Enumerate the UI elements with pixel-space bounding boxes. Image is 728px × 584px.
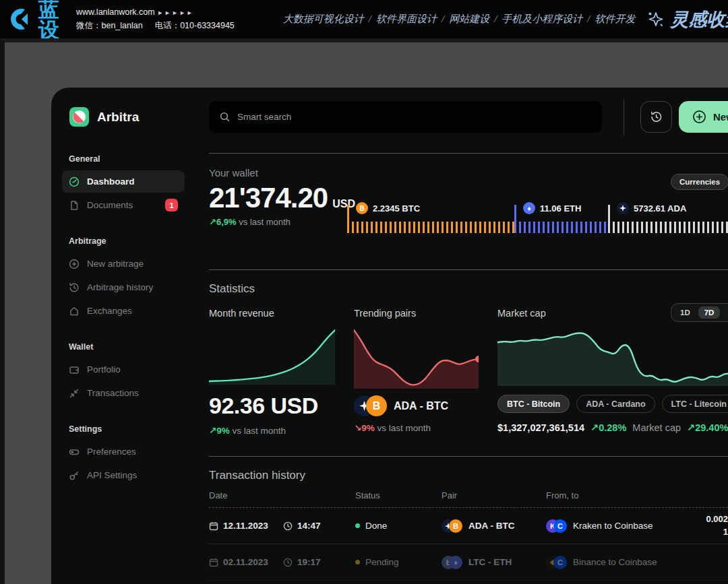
- range-7d[interactable]: 7D: [698, 306, 721, 319]
- inspiration-link[interactable]: 灵感收集: [646, 7, 728, 32]
- history-button[interactable]: [640, 101, 672, 133]
- topbar: New arbitrage: [209, 101, 728, 133]
- calendar-icon: [209, 558, 218, 567]
- sidebar-item-dashboard[interactable]: Dashboard: [62, 170, 185, 193]
- wallet-segment-ada: 5732.61 ADA: [608, 202, 728, 233]
- range-1m[interactable]: 1M: [722, 306, 728, 319]
- nav-item-dev[interactable]: 软件开发: [595, 13, 636, 24]
- transfer-arrows-icon: [69, 388, 80, 399]
- document-icon: [69, 200, 80, 211]
- wallet-segment-btc: B2.2345 BTC: [347, 202, 514, 233]
- statistics-section: Statistics Month revenue 92.36 USD ↗9% v…: [209, 270, 728, 436]
- transaction-amount: 0.002 1: [701, 513, 728, 538]
- btc-coin-icon: B: [356, 202, 368, 214]
- app-brand: Arbitra: [69, 106, 195, 127]
- wallet-view-toggle: Currencies Exchanges: [671, 174, 728, 190]
- up-arrow-icon: ↗: [590, 422, 599, 433]
- range-1d[interactable]: 1D: [674, 306, 696, 319]
- coinbase-icon: C: [553, 519, 567, 533]
- calendar-icon: [209, 521, 218, 531]
- sidebar: Arbitra General Dashboard Documents 1 Ar…: [51, 88, 195, 584]
- month-revenue-label: Month revenue: [209, 308, 335, 319]
- trending-pair: B ADA - BTC: [354, 395, 479, 416]
- sparkle-star-icon: [646, 10, 665, 28]
- dashboard-icon: [69, 176, 80, 187]
- nav-item-mobile[interactable]: 手机及小程序设计: [502, 13, 582, 24]
- search-icon: [220, 112, 230, 122]
- plus-circle-icon: [69, 259, 80, 269]
- sidebar-item-new-arbitrage[interactable]: New arbitrage: [62, 253, 185, 275]
- col-pair: Pair: [442, 490, 546, 500]
- market-cap-value: $1,327,027,361,514: [497, 422, 584, 433]
- month-revenue-chart: [209, 327, 335, 385]
- market-cap-chart: [497, 329, 728, 386]
- wallet-section: Your wallet 21'374.20USD ↗6,9% vs last m…: [209, 154, 728, 249]
- transaction-row[interactable]: 29.10.2023 04:23 Done B ADA - BTC KC Kra…: [209, 581, 728, 584]
- trending-pairs-chart: [354, 327, 479, 389]
- transaction-history-title: Transaction history: [209, 469, 728, 482]
- clock-icon: [283, 558, 293, 567]
- lanlan-logo-icon: [8, 7, 33, 32]
- sidebar-item-exchanges[interactable]: Exchanges: [62, 300, 185, 322]
- pill-btc-bitcoin[interactable]: BTC - Bitcoin: [497, 395, 570, 413]
- nav-item-website[interactable]: 网站建设: [449, 13, 489, 24]
- transaction-history-section: Transaction history Date Status Pair Fro…: [209, 457, 728, 584]
- arrow-decoration-icon: ►►►►►: [157, 9, 194, 16]
- new-arbitrage-button[interactable]: New arbitrage: [679, 101, 728, 133]
- app-brand-name: Arbitra: [97, 110, 139, 125]
- transaction-table: Date Status Pair From, to 12.11.2023 14:…: [209, 490, 728, 584]
- wallet-segment-eth: ♦11.06 ETH: [514, 202, 608, 233]
- sidebar-item-arbitrage-history[interactable]: Arbitrage history: [62, 276, 185, 298]
- nav-section-arbitrage: Arbitrage: [69, 236, 195, 246]
- month-revenue-value: 92.36 USD: [209, 393, 335, 419]
- topbar-divider: [624, 99, 624, 135]
- history-clock-icon: [650, 110, 663, 123]
- market-cap-stats: $1,327,027,361,514 ↗0.28% Market cap ↗29…: [497, 422, 728, 433]
- trending-pairs-card: Trending pairs B ADA - BTC ↘9% vs: [354, 308, 479, 436]
- search-input[interactable]: [237, 112, 591, 122]
- transaction-row[interactable]: 12.11.2023 14:47 Done B ADA - BTC KC Kra…: [209, 508, 728, 544]
- sidebar-item-api-settings[interactable]: API Settings: [62, 464, 185, 486]
- site-contact: www.lanlanwork.com ►►►►► 微信：ben_lanlan电话…: [76, 6, 235, 32]
- wallet-title: Your wallet: [209, 154, 728, 179]
- site-nav: 大数据可视化设计/软件界面设计/网站建设/手机及小程序设计/软件开发: [283, 13, 636, 26]
- trending-pairs-delta: ↘9% vs last month: [354, 422, 479, 433]
- arbitra-dashboard: Arbitra General Dashboard Documents 1 Ar…: [51, 88, 728, 584]
- toggle-icon: [69, 447, 80, 457]
- month-revenue-card: Month revenue 92.36 USD ↗9% vs last mont…: [209, 308, 335, 436]
- clock-icon: [283, 521, 293, 531]
- eth-coin-icon: ♦: [523, 202, 535, 214]
- main-content: New arbitrage Your wallet 21'374.20USD ↗…: [195, 88, 728, 584]
- plus-circle-icon: [692, 110, 706, 124]
- month-revenue-delta: ↗9% vs last month: [209, 425, 335, 436]
- col-date: Date: [209, 490, 355, 500]
- col-fromto: From, to: [546, 490, 701, 500]
- col-status: Status: [355, 490, 442, 500]
- phone-label: 电话：010-63334945: [155, 21, 235, 30]
- site-header: 蓝蓝设计 www.lanlanwork.com ►►►►► 微信：ben_lan…: [0, 0, 728, 38]
- sidebar-item-documents[interactable]: Documents 1: [62, 194, 185, 216]
- statistics-title: Statistics: [209, 282, 728, 296]
- time-range-group: 1D 7D 1M: [671, 303, 728, 322]
- wallet-icon: [69, 364, 80, 375]
- pill-ada-cardano[interactable]: ADA - Cardano: [576, 395, 655, 413]
- sidebar-item-transactions[interactable]: Transactions: [62, 382, 185, 404]
- sidebar-item-preferences[interactable]: Preferences: [62, 441, 185, 463]
- btc-coin-icon: B: [366, 395, 387, 416]
- ada-coin-icon: [617, 202, 629, 214]
- pill-ltc-litecoin[interactable]: LTC - Litecoin: [662, 395, 728, 413]
- transaction-row[interactable]: 02.11.2023 19:17 Pending Ł♦ LTC - ETH ◆C…: [209, 544, 728, 581]
- nav-item-bigdata[interactable]: 大数据可视化设计: [283, 13, 364, 24]
- documents-badge: 1: [165, 199, 178, 212]
- key-icon: [69, 470, 80, 481]
- sidebar-item-portfolio[interactable]: Portfolio: [62, 358, 185, 381]
- currencies-pill[interactable]: Currencies: [671, 174, 728, 190]
- coinbase-icon: C: [553, 556, 567, 569]
- exchange-building-icon: [69, 306, 80, 317]
- status-pending-dot: [355, 560, 360, 564]
- status-done-dot: [355, 523, 360, 528]
- nav-item-software-ui[interactable]: 软件界面设计: [376, 13, 437, 24]
- nav-section-general: General: [69, 154, 195, 164]
- search-bar[interactable]: [209, 101, 602, 133]
- wechat-label: 微信：ben_lanlan: [76, 21, 143, 30]
